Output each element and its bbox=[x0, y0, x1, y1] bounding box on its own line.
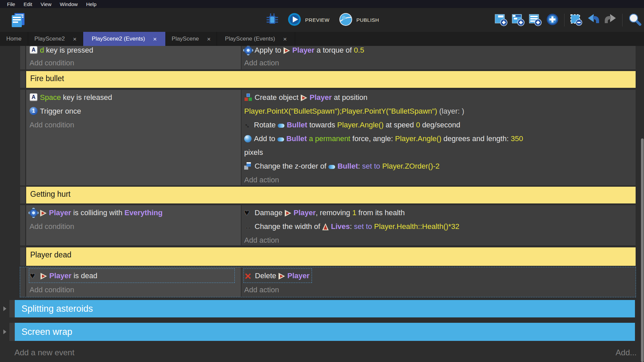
text-segment: at position bbox=[332, 93, 367, 102]
action-line[interactable]: Damage Player, removing 1 from its healt… bbox=[244, 206, 636, 220]
tab-playscene2[interactable]: PlayScene2 × bbox=[28, 32, 83, 46]
action-line[interactable]: Add to Bullet a permanent force, angle: … bbox=[244, 132, 636, 145]
close-icon[interactable]: × bbox=[283, 36, 287, 42]
event-drag-handle[interactable] bbox=[20, 71, 25, 88]
add-event-icon[interactable] bbox=[494, 12, 508, 28]
add-comment-icon[interactable] bbox=[528, 12, 542, 28]
action-line[interactable]: Player.PointX("BulletSpawn");Player.Poin… bbox=[244, 104, 636, 118]
menu-view[interactable]: View bbox=[41, 1, 51, 7]
text-segment: Apply to bbox=[255, 46, 283, 54]
add-condition-link[interactable]: Add condition bbox=[30, 283, 241, 297]
vertical-scrollbar-thumb[interactable] bbox=[641, 138, 644, 362]
menu-help[interactable]: Help bbox=[86, 1, 97, 7]
text-segment: 0 bbox=[416, 121, 420, 129]
comment-text[interactable]: Fire bullet bbox=[26, 71, 636, 88]
event-drag-handle[interactable] bbox=[9, 323, 15, 341]
debugger-icon[interactable] bbox=[265, 12, 280, 28]
add-subevent-icon[interactable] bbox=[511, 12, 525, 28]
comment-row-getting-hurt: Getting hurt bbox=[20, 187, 636, 203]
object-name: Player bbox=[293, 208, 316, 217]
tab-label: PlayScene bbox=[172, 36, 199, 42]
text-segment: degrees and length: bbox=[441, 134, 511, 143]
add-condition-link[interactable]: Add condition bbox=[30, 220, 241, 233]
undo-icon[interactable] bbox=[586, 12, 600, 28]
selected-action-box: Delete Player bbox=[244, 268, 312, 283]
add-button[interactable]: Add... bbox=[615, 348, 637, 357]
event-drag-handle[interactable] bbox=[20, 267, 25, 297]
comment-text[interactable]: Player dead bbox=[26, 247, 636, 266]
text-segment: (layer: ) bbox=[437, 107, 464, 115]
comment-text[interactable]: Getting hurt bbox=[26, 187, 636, 203]
publish-label: PUBLISH bbox=[356, 17, 379, 23]
event-drag-handle[interactable] bbox=[9, 300, 15, 317]
conditions-cell: Player is dead Add condition bbox=[26, 267, 241, 297]
close-icon[interactable]: × bbox=[207, 36, 211, 42]
event-drag-handle[interactable] bbox=[20, 90, 25, 185]
physics-icon bbox=[30, 209, 38, 217]
add-condition-link[interactable]: Add condition bbox=[30, 57, 241, 69]
add-action-link[interactable]: Add action bbox=[244, 233, 636, 247]
event-drag-handle[interactable] bbox=[20, 187, 25, 203]
condition-line[interactable]: Space key is released bbox=[30, 90, 241, 104]
action-line[interactable]: Change the width of Lives: set to Player… bbox=[244, 220, 636, 233]
action-line[interactable]: pixels bbox=[244, 145, 636, 159]
close-icon[interactable]: × bbox=[153, 36, 157, 42]
add-choose-event-icon[interactable] bbox=[545, 12, 559, 28]
action-line[interactable]: Create object Player at position bbox=[244, 90, 636, 104]
tab-bar: Home PlayScene2 × PlayScene2 (Events) × … bbox=[0, 32, 644, 46]
event-drag-handle[interactable] bbox=[20, 46, 25, 69]
condition-line[interactable]: d key is pressed bbox=[30, 46, 241, 57]
action-line[interactable]: Rotate Bullet towards Player.Angle() at … bbox=[244, 118, 636, 132]
group-row-splitting-asteroids[interactable]: Splitting asteroids bbox=[9, 300, 635, 317]
physics-icon bbox=[244, 46, 252, 54]
menu-file[interactable]: File bbox=[7, 1, 15, 7]
group-title[interactable]: Splitting asteroids bbox=[15, 300, 635, 317]
text-segment: Change the z-order of bbox=[255, 162, 328, 170]
width-icon bbox=[244, 223, 252, 230]
events-sheet: d key is pressed Add condition Apply to … bbox=[0, 46, 644, 362]
action-line[interactable]: Change the z-order of Bullet: set to Pla… bbox=[244, 159, 636, 173]
collapse-arrow-icon[interactable] bbox=[3, 306, 6, 311]
action-line[interactable]: Apply to Player a torque of 0.5 bbox=[244, 46, 636, 57]
tab-home[interactable]: Home bbox=[0, 32, 28, 46]
text-segment: force, angle: bbox=[353, 134, 395, 143]
event-row-move: d key is pressed Add condition Apply to … bbox=[20, 46, 636, 69]
add-action-link[interactable]: Add action bbox=[244, 283, 636, 297]
search-icon[interactable] bbox=[627, 12, 642, 28]
add-new-event-link[interactable]: Add a new event bbox=[14, 348, 74, 357]
remove-selection-icon[interactable] bbox=[569, 12, 583, 28]
bullet-icon bbox=[277, 137, 284, 141]
preview-button[interactable]: PREVIEW bbox=[287, 12, 330, 28]
group-title[interactable]: Screen wrap bbox=[15, 323, 635, 341]
event-row-dead-selected: Player is dead Add condition Delete Play… bbox=[20, 267, 636, 297]
text-segment: Player.ZOrder()-2 bbox=[382, 162, 439, 170]
text-segment: Player.Health::Health()*32 bbox=[374, 222, 459, 231]
text-segment: pixels bbox=[244, 148, 263, 157]
add-condition-link[interactable]: Add condition bbox=[30, 118, 241, 132]
condition-line[interactable]: Player is colliding with Everything bbox=[30, 206, 241, 220]
tab-playscene-events[interactable]: PlayScene (Events) × bbox=[217, 32, 295, 46]
group-row-screen-wrap[interactable]: Screen wrap bbox=[9, 323, 635, 341]
publish-button[interactable]: PUBLISH bbox=[338, 12, 379, 28]
action-line[interactable]: Delete Player bbox=[245, 272, 310, 280]
text-segment: Player.Angle() bbox=[395, 134, 441, 143]
redo-icon[interactable] bbox=[603, 12, 618, 28]
condition-line[interactable]: Trigger once bbox=[30, 104, 241, 118]
player-icon bbox=[301, 95, 307, 101]
object-name: Everything bbox=[124, 208, 163, 217]
menu-window[interactable]: Window bbox=[60, 1, 77, 7]
collapse-arrow-icon[interactable] bbox=[3, 329, 6, 334]
add-action-link[interactable]: Add action bbox=[244, 173, 636, 187]
tab-label: PlayScene2 (Events) bbox=[92, 36, 145, 42]
condition-line[interactable]: Player is dead bbox=[30, 272, 97, 280]
tab-playscene2-events[interactable]: PlayScene2 (Events) × bbox=[83, 32, 166, 46]
menu-edit[interactable]: Edit bbox=[23, 1, 32, 7]
text-segment: 1 bbox=[352, 208, 356, 217]
event-drag-handle[interactable] bbox=[20, 247, 25, 266]
event-drag-handle[interactable] bbox=[20, 205, 25, 245]
player-icon bbox=[40, 273, 47, 280]
tab-playscene[interactable]: PlayScene × bbox=[166, 32, 217, 46]
close-icon[interactable]: × bbox=[73, 36, 76, 42]
player-icon bbox=[278, 273, 285, 280]
add-action-link[interactable]: Add action bbox=[244, 57, 636, 69]
